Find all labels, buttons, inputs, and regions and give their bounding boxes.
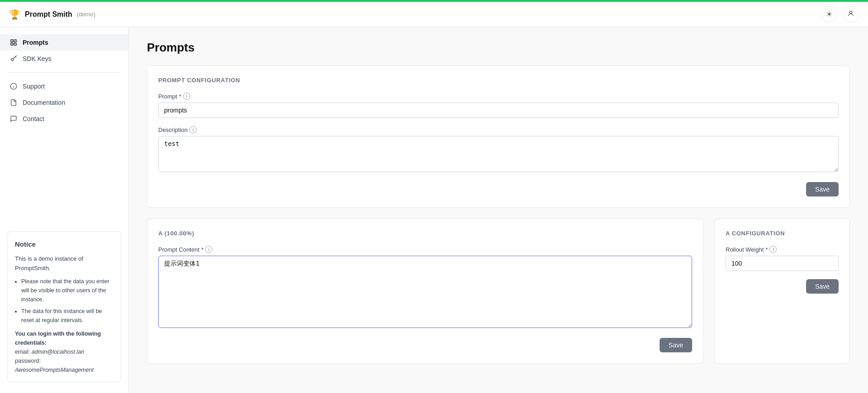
sidebar-item-label-sdk-keys: SDK Keys (23, 55, 52, 62)
sidebar: Prompts SDK Keys Support (0, 27, 129, 393)
prompts-icon (9, 39, 18, 46)
svg-point-5 (11, 58, 14, 61)
rollout-weight-label-text: Rollout Weight (726, 246, 764, 253)
prompt-content-textarea[interactable] (158, 256, 692, 328)
sidebar-item-support[interactable]: Support (0, 78, 128, 94)
description-label-text: Description (158, 126, 188, 133)
sidebar-item-label-documentation: Documentation (23, 99, 65, 106)
description-field-group: Description i (158, 126, 839, 174)
svg-rect-1 (11, 40, 13, 42)
prompt-content-label-text: Prompt Content (158, 246, 199, 253)
support-icon (9, 83, 18, 90)
password-label: password: (15, 358, 41, 364)
prompt-content-label: Prompt Content* i (158, 246, 692, 253)
topbar: 🏆 Prompt Smith (demo) ☀ (0, 2, 868, 27)
variant-a-side-card: A Configuration Rollout Weight* i Save (714, 219, 850, 364)
prompt-field-label: Prompt* i (158, 93, 839, 100)
prompt-required: * (179, 93, 181, 100)
prompt-content-info-icon[interactable]: i (205, 246, 212, 253)
variant-save-row: Save (158, 338, 692, 352)
theme-toggle-button[interactable]: ☀ (821, 6, 837, 23)
notice-title: Notice (15, 239, 113, 250)
user-menu-button[interactable] (843, 6, 859, 23)
prompt-config-card: Prompt Configuration Prompt* i Descripti… (147, 66, 850, 208)
prompt-content-required: * (201, 246, 203, 253)
variant-layout: A (100.00%) Prompt Content* i Save A Con… (147, 219, 850, 364)
sidebar-divider (7, 72, 121, 73)
prompt-config-section-title: Prompt Configuration (158, 77, 839, 84)
documentation-icon (9, 99, 18, 106)
svg-line-7 (16, 57, 16, 57)
email-value: admin@localhost.lan (32, 349, 84, 355)
credentials-heading: You can login with the following credent… (15, 331, 101, 346)
logo-icon: 🏆 (9, 9, 20, 20)
sidebar-item-prompts[interactable]: Prompts (0, 34, 128, 51)
side-save-row: Save (726, 279, 839, 294)
rollout-weight-info-icon[interactable]: i (769, 246, 777, 253)
main-content: Prompts Prompt Configuration Prompt* i D… (129, 27, 868, 393)
layout: Prompts SDK Keys Support (0, 27, 868, 393)
notice-box: Notice This is a demo instance of Prompt… (7, 231, 121, 382)
sidebar-item-documentation[interactable]: Documentation (0, 94, 128, 111)
notice-section: Notice This is a demo instance of Prompt… (0, 226, 128, 386)
email-label: email: (15, 349, 30, 355)
notice-point-2: The data for this instance will be reset… (21, 307, 113, 325)
sdk-keys-icon (9, 55, 18, 62)
notice-intro: This is a demo instance of PromptSmith. (15, 254, 113, 273)
sidebar-nav: Prompts SDK Keys Support (0, 34, 128, 226)
topbar-actions: ☀ (821, 6, 859, 23)
sidebar-item-label-support: Support (23, 83, 45, 90)
prompt-label-text: Prompt (158, 93, 177, 100)
description-field-label: Description i (158, 126, 839, 133)
sidebar-item-label-contact: Contact (23, 115, 44, 122)
svg-point-0 (849, 11, 852, 13)
page-title: Prompts (147, 41, 850, 55)
svg-rect-3 (11, 43, 13, 45)
sun-icon: ☀ (826, 10, 832, 19)
sidebar-item-contact[interactable]: Contact (0, 111, 128, 127)
rollout-weight-label: Rollout Weight* i (726, 246, 839, 253)
prompt-info-icon[interactable]: i (183, 93, 190, 100)
variant-a-side-save-button[interactable]: Save (806, 279, 839, 294)
variant-a-side-title: A Configuration (726, 230, 839, 237)
prompt-config-save-button[interactable]: Save (806, 182, 839, 196)
rollout-weight-field-group: Rollout Weight* i (726, 246, 839, 271)
sidebar-item-label-prompts: Prompts (23, 39, 48, 46)
notice-credentials: You can login with the following credent… (15, 329, 113, 374)
sidebar-item-sdk-keys[interactable]: SDK Keys (0, 51, 128, 67)
topbar-brand: 🏆 Prompt Smith (demo) (9, 9, 95, 20)
notice-list: Please note that the data you enter will… (15, 277, 113, 325)
prompt-field-group: Prompt* i (158, 93, 839, 118)
rollout-weight-input[interactable] (726, 256, 839, 271)
svg-rect-4 (14, 43, 16, 45)
password-value: AwesomePromptsManagement (15, 367, 94, 373)
variant-a-title: A (100.00%) (158, 230, 692, 237)
description-info-icon[interactable]: i (189, 126, 197, 133)
user-icon (847, 10, 854, 19)
app-title: Prompt Smith (25, 10, 72, 19)
demo-label: (demo) (77, 11, 95, 18)
prompt-input[interactable] (158, 103, 839, 118)
contact-icon (9, 115, 18, 122)
variant-a-save-button[interactable]: Save (660, 338, 692, 352)
save-button-row: Save (158, 182, 839, 196)
svg-rect-2 (14, 40, 16, 42)
prompt-content-field-group: Prompt Content* i (158, 246, 692, 330)
description-textarea[interactable] (158, 136, 839, 172)
rollout-weight-required: * (765, 246, 768, 253)
variant-a-card: A (100.00%) Prompt Content* i Save (147, 219, 703, 364)
notice-point-1: Please note that the data you enter will… (21, 277, 113, 304)
